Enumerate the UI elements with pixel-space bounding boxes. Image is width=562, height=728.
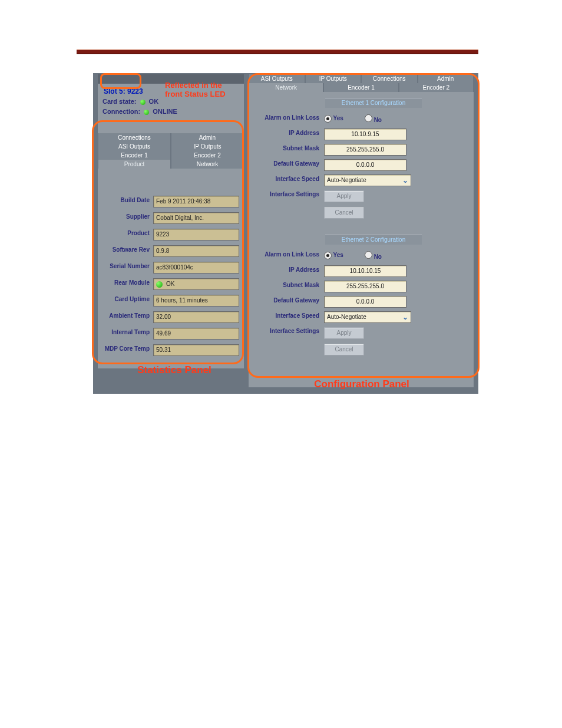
- tab-asi-outputs[interactable]: ASI Outputs: [98, 142, 171, 151]
- anno-reflected: Reflected in thefront Status LED: [165, 81, 236, 99]
- card-state-label: Card state:: [103, 98, 136, 105]
- rear-module-label: Rear Module: [98, 279, 150, 286]
- eth2-speed-select[interactable]: Auto-Negotiate⌄: [324, 311, 411, 323]
- eth1-alarm-no-radio[interactable]: [365, 114, 372, 122]
- eth2-title: Ethernet 2 Configuration: [325, 235, 422, 245]
- tab-encoder-2[interactable]: Encoder 2: [171, 151, 244, 160]
- eth2-gateway-input[interactable]: 0.0.0.0: [324, 296, 406, 308]
- eth1-gateway-label: Default Gateway: [249, 160, 319, 167]
- eth2-apply-button[interactable]: Apply: [324, 327, 364, 339]
- eth1-speed-value: Auto-Negotiate: [327, 177, 366, 183]
- build-date-value: Feb 9 2011 20:46:38: [153, 196, 239, 207]
- internal-temp-label: Internal Temp: [98, 329, 150, 335]
- serial-number-label: Serial Number: [98, 263, 150, 269]
- tab-connections[interactable]: Connections: [98, 133, 171, 142]
- yes-label-2: Yes: [333, 252, 343, 258]
- product-value: 9223: [153, 229, 239, 241]
- eth2-subnet-label: Subnet Mask: [249, 282, 319, 288]
- supplier-label: Supplier: [98, 213, 150, 220]
- eth2-alarm-label: Alarm on Link Loss: [249, 251, 319, 258]
- online-led-icon: [144, 110, 149, 115]
- configuration-column: ASI Outputs IP Outputs Connections Admin…: [249, 74, 474, 387]
- ambient-temp-label: Ambient Temp: [98, 312, 150, 319]
- software-rev-value: 0.9.8: [153, 245, 239, 257]
- card-uptime-label: Card Uptime: [98, 296, 150, 302]
- card-state-value: OK: [149, 98, 159, 105]
- eth1-alarm-label: Alarm on Link Loss: [249, 114, 319, 121]
- eth1-subnet-input[interactable]: 255.255.255.0: [324, 144, 406, 156]
- tab-asi-outputs-r[interactable]: ASI Outputs: [249, 74, 305, 83]
- eth1-speed-select[interactable]: Auto-Negotiate⌄: [324, 174, 411, 186]
- eth1-settings-label: Interface Settings: [249, 191, 319, 197]
- no-label-2: No: [374, 253, 382, 260]
- yes-label: Yes: [333, 115, 343, 121]
- eth2-settings-label: Interface Settings: [249, 328, 319, 334]
- tab-encoder-1-r[interactable]: Encoder 1: [323, 83, 398, 92]
- tab-ip-outputs-r[interactable]: IP Outputs: [305, 74, 362, 83]
- eth2-alarm-no-radio[interactable]: [365, 251, 372, 259]
- stats-tabs: Connections Admin ASI Outputs IP Outputs…: [98, 133, 244, 169]
- tab-network[interactable]: Network: [171, 160, 244, 169]
- chevron-down-icon: ⌄: [402, 177, 409, 184]
- rear-module-value: OK: [153, 278, 239, 290]
- eth1-ip-input[interactable]: 10.10.9.15: [324, 129, 406, 140]
- tab-admin[interactable]: Admin: [171, 133, 244, 142]
- connection-label: Connection:: [103, 108, 140, 115]
- connection-row: Connection: ONLINE: [103, 107, 239, 117]
- eth1-title: Ethernet 1 Configuration: [325, 98, 422, 108]
- tab-encoder-1[interactable]: Encoder 1: [98, 151, 171, 160]
- no-label: No: [374, 117, 382, 123]
- chevron-down-icon: ⌄: [402, 314, 409, 321]
- eth1-subnet-label: Subnet Mask: [249, 145, 319, 151]
- mdp-core-temp-value: 50.31: [153, 344, 239, 356]
- internal-temp-value: 49.69: [153, 328, 239, 340]
- eth1-speed-label: Interface Speed: [249, 176, 319, 182]
- eth2-ip-label: IP Address: [249, 266, 319, 273]
- screenshot-figure: Slot 5: 9223 Card state: OK Connection: …: [93, 73, 478, 394]
- rear-module-text: OK: [166, 281, 174, 287]
- tab-connections-r[interactable]: Connections: [361, 74, 418, 83]
- serial-number-value: ac83f000104c: [153, 262, 239, 274]
- build-date-label: Build Date: [98, 197, 150, 203]
- mdp-core-temp-label: MDP Core Temp: [98, 345, 150, 352]
- eth2-speed-value: Auto-Negotiate: [327, 314, 366, 320]
- anno-stats-panel: Statistics Panel: [121, 364, 227, 376]
- tab-network-r[interactable]: Network: [249, 83, 323, 92]
- anno-config-panel: Configuration Panel: [297, 378, 427, 390]
- product-label: Product: [98, 230, 150, 236]
- page-rule: [77, 50, 478, 54]
- ok-led-icon: [140, 100, 146, 105]
- tab-admin-r[interactable]: Admin: [418, 74, 474, 83]
- eth1-alarm-yes-radio[interactable]: [324, 115, 332, 123]
- eth1-cancel-button[interactable]: Cancel: [324, 207, 364, 219]
- eth2-speed-label: Interface Speed: [249, 312, 319, 319]
- eth2-alarm-yes-radio[interactable]: [324, 252, 332, 259]
- eth2-ip-input[interactable]: 10.10.10.15: [324, 265, 406, 277]
- software-rev-label: Software Rev: [98, 246, 150, 253]
- left-pane: Slot 5: 9223 Card state: OK Connection: …: [98, 84, 244, 368]
- eth2-subnet-input[interactable]: 255.255.255.0: [324, 281, 406, 292]
- eth2-cancel-button[interactable]: Cancel: [324, 344, 364, 355]
- eth2-gateway-label: Default Gateway: [249, 297, 319, 304]
- rear-module-led-icon: [156, 281, 163, 288]
- eth1-apply-button[interactable]: Apply: [324, 190, 364, 202]
- eth1-ip-label: IP Address: [249, 130, 319, 136]
- config-tabs: ASI Outputs IP Outputs Connections Admin…: [249, 74, 474, 94]
- eth1-gateway-input[interactable]: 0.0.0.0: [324, 159, 406, 171]
- statistics-column: Slot 5: 9223 Card state: OK Connection: …: [98, 74, 244, 368]
- card-uptime-value: 6 hours, 11 minutes: [153, 295, 239, 307]
- ambient-temp-value: 32.00: [153, 311, 239, 323]
- tab-ip-outputs[interactable]: IP Outputs: [171, 142, 244, 151]
- tab-product[interactable]: Product: [98, 160, 171, 169]
- connection-value: ONLINE: [153, 108, 177, 115]
- right-pane: ASI Outputs IP Outputs Connections Admin…: [249, 74, 474, 387]
- supplier-value: Cobalt Digital, Inc.: [153, 212, 239, 224]
- slot-title: Slot 5: 9223: [104, 87, 143, 95]
- tab-encoder-2-r[interactable]: Encoder 2: [399, 83, 474, 92]
